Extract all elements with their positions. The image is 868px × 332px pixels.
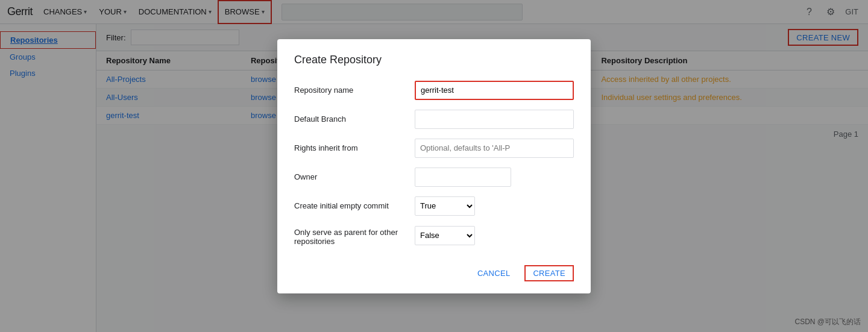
dialog-actions: CANCEL CREATE: [294, 260, 574, 281]
label-repo-name: Repository name: [294, 86, 415, 95]
field-owner: Owner: [294, 168, 574, 187]
label-owner: Owner: [294, 172, 415, 181]
field-parent-only: Only serve as parent for other repositor…: [294, 225, 574, 246]
input-rights-inherit[interactable]: [415, 139, 574, 158]
field-rights-inherit: Rights inherit from: [294, 139, 574, 158]
cancel-button[interactable]: CANCEL: [473, 265, 515, 281]
field-default-branch: Default Branch: [294, 110, 574, 129]
input-default-branch[interactable]: [415, 110, 574, 129]
field-repo-name: Repository name: [294, 81, 574, 100]
select-initial-commit[interactable]: True False: [415, 196, 475, 216]
input-owner[interactable]: [415, 168, 511, 187]
modal-overlay: Create Repository Repository name Defaul…: [0, 0, 868, 332]
label-rights-inherit: Rights inherit from: [294, 143, 415, 152]
create-repository-dialog: Create Repository Repository name Defaul…: [277, 39, 591, 293]
dialog-title: Create Repository: [294, 54, 574, 66]
label-default-branch: Default Branch: [294, 114, 415, 124]
label-parent-only: Only serve as parent for other repositor…: [294, 225, 415, 246]
field-initial-commit: Create initial empty commit True False: [294, 196, 574, 216]
create-button[interactable]: CREATE: [524, 265, 574, 281]
label-initial-commit: Create initial empty commit: [294, 201, 415, 210]
select-parent-only[interactable]: False True: [415, 226, 475, 245]
input-repo-name[interactable]: [415, 81, 574, 100]
